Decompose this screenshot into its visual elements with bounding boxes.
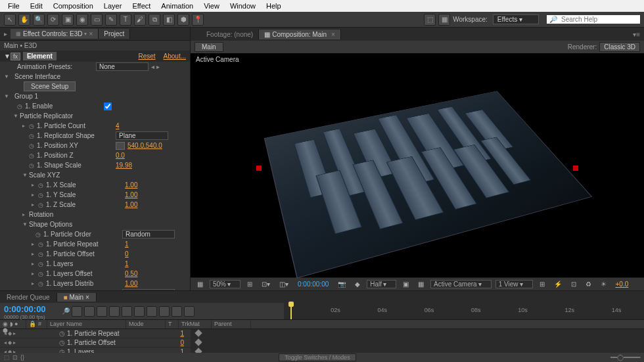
grid-icon[interactable]: ▦ — [438, 14, 450, 26]
z-scale-value[interactable]: 1.00 — [125, 201, 137, 208]
menu-layer[interactable]: Layer — [99, 2, 127, 10]
clone-tool[interactable]: ⧉ — [149, 14, 160, 26]
close-icon[interactable]: × — [331, 31, 335, 38]
workspace-select[interactable]: Effects ▾ — [493, 14, 539, 24]
position-xy-value[interactable]: 540.0,540.0 — [127, 142, 162, 149]
twirl-icon[interactable]: ▼ — [4, 53, 11, 60]
resolution-select[interactable]: Half ▾ — [367, 280, 396, 288]
reset-link[interactable]: Reset — [138, 53, 155, 60]
motion-blur-icon[interactable] — [109, 306, 120, 317]
shape-options-group[interactable]: Shape Options — [29, 221, 108, 228]
search-help-input[interactable] — [559, 15, 637, 24]
y-scale-value[interactable]: 1.00 — [125, 191, 137, 198]
selection-tool[interactable]: ↖ — [4, 14, 16, 26]
panel-menu-icon[interactable]: ▦ — [16, 31, 21, 37]
particle-repeat-value[interactable]: 1 — [125, 240, 129, 248]
graph-editor-icon[interactable] — [134, 306, 145, 317]
tab-effect-controls[interactable]: ▦ Effect Controls: E3D ▾ × — [11, 29, 99, 39]
roto-tool[interactable]: ⬢ — [177, 14, 189, 26]
timeline-value[interactable]: 0 — [180, 339, 184, 346]
menu-composition[interactable]: Composition — [48, 2, 99, 10]
timer-icon[interactable] — [172, 306, 182, 317]
pixel-aspect-icon[interactable]: ⊞ — [537, 281, 547, 288]
group1[interactable]: Group 1 — [14, 93, 93, 100]
timeline-row[interactable]: ◂ ◆ ▸◷1. Particle Repeat1 — [0, 329, 644, 338]
preset-nav-icon[interactable]: ◂ ▸ — [151, 63, 160, 70]
stopwatch-icon[interactable]: ◷ — [17, 103, 25, 110]
pan-behind-tool[interactable]: ◉ — [76, 14, 88, 26]
hand-tool[interactable]: ✋ — [18, 14, 30, 26]
toggle-switches-button[interactable]: Toggle Switches / Modes — [279, 353, 356, 361]
roi-icon[interactable]: ▣ — [400, 281, 411, 288]
distribution-select[interactable]: Automatic — [122, 289, 175, 290]
mask-icon[interactable]: ◫▾ — [277, 281, 291, 288]
particle-count-value[interactable]: 4 — [116, 122, 120, 129]
flowchart-icon[interactable]: ♻ — [583, 281, 594, 288]
resolution-icon[interactable]: ⊞ — [244, 281, 255, 288]
exposure-icon[interactable]: ☀ — [598, 281, 609, 288]
timeline-value[interactable]: 1 — [180, 348, 184, 353]
snapshot-icon[interactable]: 📷 — [335, 281, 348, 288]
renderer-select[interactable]: Classic 3D — [599, 42, 640, 52]
viewport-layout-icon[interactable]: ▦ — [195, 281, 206, 288]
snap-icon[interactable]: ⬚ — [424, 14, 436, 26]
fx-badge[interactable]: fx — [11, 53, 20, 60]
text-tool[interactable]: T — [120, 14, 131, 26]
view-count-select[interactable]: 1 View ▾ — [495, 280, 533, 288]
transparency-icon[interactable]: ▦ — [415, 281, 426, 288]
keyframe-icon[interactable] — [195, 348, 202, 353]
camera-select[interactable]: Active Camera ▾ — [430, 280, 492, 288]
brainiac-icon[interactable] — [122, 306, 132, 317]
handle-right[interactable] — [573, 166, 578, 171]
layers-value[interactable]: 1 — [125, 260, 129, 267]
stopwatch-icon[interactable] — [184, 306, 195, 317]
scene-interface-group[interactable]: Scene Interface — [14, 73, 93, 80]
menu-effect[interactable]: Effect — [127, 2, 156, 10]
particle-order-select[interactable]: Random — [122, 230, 175, 238]
menu-window[interactable]: Window — [225, 2, 261, 10]
fast-preview-icon[interactable]: ⚡ — [551, 281, 564, 288]
shy-icon[interactable] — [84, 306, 95, 317]
frame-blend-icon[interactable] — [97, 306, 107, 317]
playhead[interactable] — [290, 303, 292, 319]
timeline-value[interactable]: 1 — [180, 330, 184, 337]
about-link[interactable]: About... — [164, 53, 186, 60]
shape-scale-value[interactable]: 19.98 — [116, 162, 132, 169]
tab-footage[interactable]: Footage: (none) — [201, 30, 259, 39]
puppet-tool[interactable]: 📍 — [192, 14, 204, 26]
panel-collapse-icon[interactable]: ▸ — [0, 30, 11, 37]
timeline-row[interactable]: ◂ ◆ ▸◷1. Layers1 — [0, 348, 644, 353]
position-target-icon[interactable] — [116, 142, 125, 150]
timecode-display[interactable]: 0:00:00:00 — [295, 281, 331, 288]
search-icon[interactable]: 🔎 — [62, 307, 70, 315]
zoom-slider[interactable]: ━━◯━━━━━ — [610, 354, 640, 361]
grid-icon[interactable]: ⊡▾ — [259, 281, 273, 288]
footer-icon3[interactable]: {} — [20, 354, 24, 361]
viewport[interactable]: Active Camera — [191, 53, 644, 277]
brush-tool[interactable]: 🖌 — [134, 14, 146, 26]
menu-view[interactable]: View — [198, 2, 225, 10]
menu-animation[interactable]: Animation — [156, 2, 198, 10]
timeline-row[interactable]: ◂ ◆ ▸◷1. Particle Offset0 — [0, 338, 644, 348]
time-ruler[interactable]: 02s 04s 06s 08s 10s 12s 14s — [284, 303, 644, 319]
handle-left[interactable] — [256, 166, 262, 171]
panel-menu-icon[interactable]: ▾≡ — [629, 31, 644, 38]
exposure-value[interactable]: +0.0 — [613, 281, 632, 288]
color-icon[interactable]: ◆ — [352, 281, 363, 288]
tab-timeline-main[interactable]: ■ Main × — [57, 293, 97, 302]
tab-project[interactable]: Project — [99, 29, 130, 39]
zoom-select[interactable]: 50% ▾ — [210, 280, 241, 288]
zoom-tool[interactable]: 🔍 — [33, 14, 45, 26]
tab-render-queue[interactable]: Render Queue — [0, 293, 57, 302]
pen-tool[interactable]: ✎ — [105, 14, 117, 26]
scale-xyz-group[interactable]: Scale XYZ — [29, 171, 108, 179]
close-icon[interactable]: × — [89, 30, 93, 37]
rotation-group[interactable]: Rotation — [29, 211, 108, 218]
menu-edit[interactable]: Edit — [25, 2, 48, 10]
animation-presets-select[interactable]: None — [96, 62, 149, 71]
x-scale-value[interactable]: 1.00 — [125, 181, 137, 189]
footer-icon1[interactable]: ⬚ — [4, 354, 10, 361]
timeline-icon[interactable]: ⊡ — [568, 281, 579, 288]
sub-tab-main[interactable]: Main — [195, 42, 223, 52]
enable-checkbox[interactable] — [104, 102, 112, 110]
